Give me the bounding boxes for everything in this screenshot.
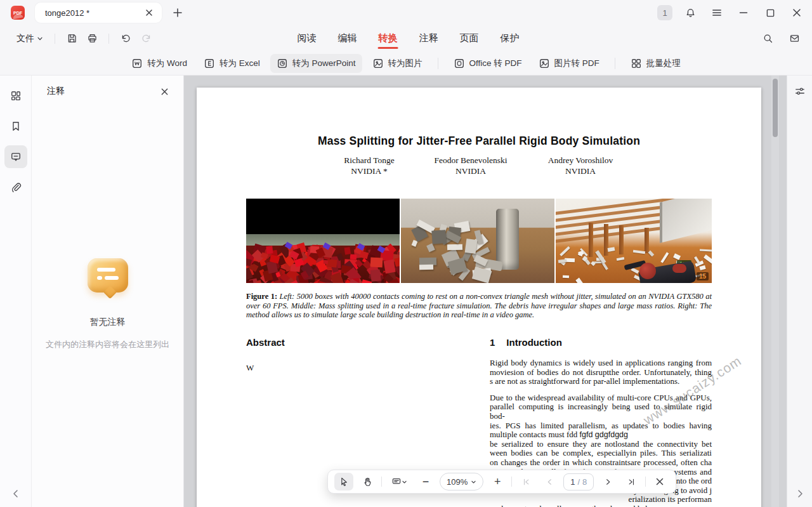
figure-1-images: 100 15 (246, 199, 712, 283)
zoom-level-dropdown[interactable]: 109% (440, 473, 483, 491)
panel-title: 注释 (47, 86, 65, 97)
page-number-input[interactable]: 1 / 8 (563, 473, 594, 491)
right-icon-rail (787, 76, 812, 507)
edited-text-run: fgfd gdgfdgdg (580, 430, 628, 439)
divider (381, 477, 382, 487)
excel-file-icon (204, 58, 215, 69)
divider (108, 34, 109, 44)
mail-icon[interactable] (785, 30, 803, 48)
divider (615, 58, 615, 69)
convert-to-word-button[interactable]: 转为 Word (125, 54, 193, 73)
new-tab-button[interactable] (169, 4, 186, 21)
expand-right-chevron-icon[interactable] (787, 489, 812, 498)
thumbnails-panel-icon[interactable] (4, 84, 27, 107)
document-viewport[interactable]: Mass Splitting for Jitter-Free Parallel … (184, 76, 787, 507)
convert-to-excel-button[interactable]: 转为 Excel (197, 54, 266, 73)
view-mode-button[interactable] (386, 473, 412, 491)
redo-button[interactable] (137, 30, 155, 48)
figure-caption: Figure 1: Left: 5000 boxes with 40000 co… (246, 292, 712, 320)
previous-page-button[interactable] (540, 473, 559, 491)
menu-tabs: 阅读 编辑 转换 注释 页面 保护 (296, 25, 521, 51)
comment-bubble-illustration-icon (88, 258, 128, 293)
comments-empty-state: 暂无注释 文件内的注释内容将会在这里列出 (32, 258, 183, 350)
comments-panel: 注释 暂无注释 文件内的注释内容将会在这里列出 (32, 76, 184, 507)
convert-to-powerpoint-button[interactable]: 转为 PowerPoint (270, 54, 362, 73)
empty-state-subtitle: 文件内的注释内容将会在这里列出 (46, 339, 169, 350)
attachments-panel-icon[interactable] (4, 176, 27, 199)
zoom-out-button[interactable]: − (416, 473, 435, 491)
print-button[interactable] (83, 30, 101, 48)
titlebar: PDF tonge2012 * 1 (0, 0, 812, 25)
office-file-icon (454, 58, 465, 69)
next-page-button[interactable] (598, 473, 617, 491)
convert-ribbon: 转为 Word 转为 Excel 转为 PowerPoint 转为图片 Offi… (0, 51, 812, 76)
comments-panel-icon[interactable] (4, 145, 27, 168)
paper-title: Mass Splitting for Jitter-Free Parallel … (222, 135, 736, 148)
window-minimize-button[interactable] (735, 4, 752, 22)
chevron-down-icon (37, 36, 43, 42)
menubar: 文件 阅读 编辑 转换 注释 页面 保护 (0, 25, 812, 51)
game-hud-ammo: 15 (697, 272, 709, 280)
cursor-arrow-icon (339, 477, 349, 487)
document-tab[interactable]: tonge2012 * (35, 3, 162, 23)
tab-annotate[interactable]: 注释 (418, 27, 440, 50)
vertical-scrollbar-thumb[interactable] (773, 79, 778, 137)
bookmarks-panel-icon[interactable] (4, 115, 27, 138)
file-menu-button[interactable]: 文件 (13, 30, 47, 48)
tab-read[interactable]: 阅读 (296, 27, 318, 50)
abstract-heading: Abstract (246, 337, 285, 348)
notifications-bell-icon[interactable] (681, 4, 699, 22)
window-maximize-button[interactable] (761, 4, 779, 22)
powerpoint-file-icon (277, 58, 288, 69)
tab-convert[interactable]: 转换 (377, 27, 399, 50)
tab-protect[interactable]: 保护 (499, 27, 521, 50)
left-icon-rail (0, 76, 32, 507)
undo-button[interactable] (117, 30, 134, 48)
paper-author: Richard TongeNVIDIA * (344, 155, 394, 176)
viewer-toolbar: − 109% + 1 / 8 (327, 470, 676, 494)
divider (55, 34, 55, 44)
main-menu-icon[interactable] (708, 4, 726, 22)
word-file-icon (131, 58, 143, 69)
empty-state-title: 暂无注释 (90, 317, 126, 328)
divider (438, 58, 438, 69)
save-button[interactable] (63, 30, 81, 48)
office-to-pdf-button[interactable]: Office 转 PDF (447, 54, 528, 73)
image-file-icon (372, 58, 384, 69)
document-tab-title: tonge2012 * (45, 8, 143, 18)
last-page-button[interactable] (622, 473, 641, 491)
figure-right-game-image: 100 15 (556, 199, 712, 283)
window-close-button[interactable] (788, 4, 806, 22)
divider (511, 477, 512, 487)
sim-red-boxes (246, 199, 400, 283)
figure-left-red-boxes-image (246, 199, 400, 283)
introduction-heading: 1Introduction (490, 337, 562, 348)
pdf-page: Mass Splitting for Jitter-Free Parallel … (197, 88, 761, 507)
abstract-text: W (246, 363, 254, 373)
hand-tool-button[interactable] (358, 473, 377, 491)
tab-close-icon[interactable] (143, 6, 155, 19)
view-settings-sliders-icon[interactable] (794, 86, 806, 97)
convert-to-image-button[interactable]: 转为图片 (366, 54, 429, 73)
fracture-debris (401, 199, 554, 283)
vertical-scrollbar[interactable] (771, 76, 779, 507)
chevron-down-icon (471, 479, 476, 485)
tab-pages[interactable]: 页面 (459, 27, 480, 50)
tab-edit[interactable]: 编辑 (337, 27, 358, 50)
batch-process-button[interactable]: 批量处理 (624, 54, 687, 73)
close-toolbar-button[interactable] (650, 473, 669, 491)
divider (645, 477, 646, 487)
first-page-button[interactable] (516, 473, 535, 491)
search-icon[interactable] (759, 30, 776, 48)
reading-view-icon (391, 477, 402, 487)
panel-close-icon[interactable] (158, 85, 171, 98)
docs-count-badge[interactable]: 1 (657, 5, 672, 20)
paper-author: Feodor BenevolenskiNVIDIA (434, 155, 507, 176)
zoom-in-button[interactable]: + (488, 473, 507, 491)
collapse-left-chevron-icon[interactable] (0, 489, 32, 498)
image-to-pdf-button[interactable]: 图片转 PDF (532, 54, 606, 73)
chevron-down-icon (402, 479, 407, 485)
figure-middle-fracture-image (401, 199, 554, 283)
select-tool-button[interactable] (334, 473, 353, 491)
game-scene (556, 199, 712, 283)
